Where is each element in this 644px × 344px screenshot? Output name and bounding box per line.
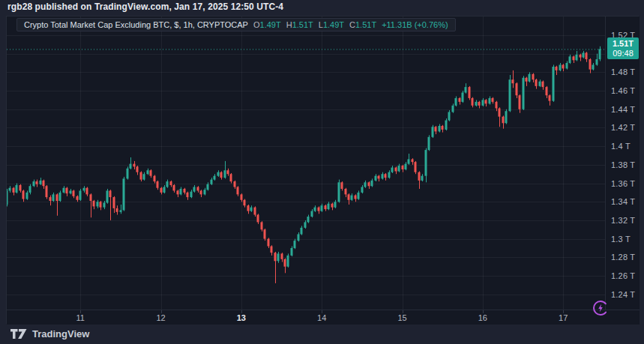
candle-body	[254, 208, 256, 215]
candle-body	[301, 228, 303, 235]
candle-body	[13, 188, 15, 193]
candle-body	[586, 52, 588, 59]
candle-body	[63, 188, 65, 193]
candle-body	[596, 59, 598, 64]
candle-body	[573, 56, 575, 60]
candlestick-plot-area[interactable]	[7, 16, 605, 310]
boost-icon[interactable]	[592, 299, 610, 317]
candle-body	[184, 189, 186, 193]
candle-body	[284, 259, 286, 267]
candle-body	[166, 181, 169, 187]
candle-body	[187, 193, 189, 197]
candle-body	[519, 95, 521, 109]
candle-body	[19, 185, 22, 190]
candle-body	[358, 193, 360, 199]
candle-body	[46, 186, 48, 197]
tradingview-brand-link[interactable]: TradingView	[32, 328, 89, 340]
candle-body	[559, 64, 562, 70]
candle-body	[250, 208, 253, 211]
price-tick-label: 1.32 T	[611, 216, 635, 225]
candle-body	[348, 194, 350, 199]
candle-body	[334, 202, 337, 207]
candle-body	[193, 187, 196, 191]
candle-body	[29, 186, 31, 193]
candle-body	[234, 181, 236, 187]
candle-body	[580, 55, 582, 58]
time-axis[interactable]: 11121314151617	[7, 310, 640, 325]
candle-body	[442, 126, 444, 130]
candle-body	[402, 166, 404, 169]
candle-body	[93, 201, 95, 206]
candle-body	[439, 126, 441, 131]
candle-body	[177, 190, 179, 194]
candle-body	[553, 67, 555, 101]
candle-body	[123, 178, 125, 210]
candle-body	[489, 98, 491, 103]
candle-body	[227, 170, 229, 174]
candle-body	[569, 56, 571, 63]
candle-body	[502, 117, 505, 124]
candle-body	[592, 64, 595, 69]
candle-body	[523, 78, 525, 109]
candle-body	[73, 190, 75, 196]
candle-body	[583, 52, 585, 57]
candle-body	[539, 82, 541, 86]
candle-body	[36, 181, 38, 184]
candle-body	[368, 182, 370, 186]
candle-body	[90, 194, 92, 201]
candle-body	[492, 98, 494, 102]
candle-body	[566, 63, 568, 68]
candle-body	[70, 190, 72, 193]
candle-body	[549, 95, 551, 100]
candle-body	[200, 190, 202, 194]
candle-body	[529, 74, 531, 82]
ohlc-high: H1.51T	[286, 20, 313, 29]
candle-body	[154, 176, 156, 181]
time-tick-label: 17	[559, 313, 568, 322]
candle-body	[469, 87, 471, 98]
candle-body	[314, 208, 316, 211]
candle-body	[147, 170, 149, 174]
candle-body	[170, 181, 172, 185]
candle-body	[294, 241, 296, 248]
candle-body	[321, 205, 323, 211]
candle-body	[307, 217, 310, 222]
candle-body	[318, 208, 320, 211]
candle-body	[425, 150, 427, 176]
candle-body	[224, 170, 226, 178]
candle-body	[190, 192, 193, 197]
ohlc-close: C1.51T	[349, 20, 376, 29]
candle-body	[230, 174, 232, 181]
price-tick-label: 1.46 T	[611, 86, 635, 95]
price-tick-label: 1.44 T	[611, 105, 635, 114]
candle-body	[274, 253, 277, 261]
candle-body	[173, 185, 175, 190]
candle-body	[576, 55, 578, 60]
time-tick-label: 13	[237, 313, 246, 322]
candle-body	[328, 204, 330, 209]
candle-body	[214, 176, 216, 180]
candle-body	[418, 172, 421, 181]
candle-body	[207, 184, 209, 190]
candle-body	[355, 196, 357, 199]
candle-body	[445, 121, 448, 130]
time-tick-label: 16	[478, 313, 487, 322]
candle-body	[261, 222, 263, 229]
candle-body	[435, 127, 437, 131]
candle-body	[448, 112, 451, 120]
change-value: +11.31B (+0.76%)	[382, 20, 448, 29]
candle-body	[509, 79, 511, 111]
candle-body	[244, 200, 246, 205]
candle-body	[526, 78, 528, 82]
candle-body	[277, 253, 280, 261]
symbol-title: Crypto Total Market Cap Excluding BTC, $…	[24, 20, 248, 29]
price-tick-label: 1.48 T	[611, 67, 635, 76]
price-axis[interactable]: 1.52 T1.5 T1.48 T1.46 T1.44 T1.42 T1.4 T…	[605, 16, 640, 310]
candle-body	[304, 222, 307, 227]
candle-body	[9, 188, 11, 191]
candle-body	[465, 87, 467, 92]
tradingview-logo-icon[interactable]	[10, 329, 27, 339]
candle-body	[116, 208, 118, 212]
candle-body	[97, 202, 99, 206]
bar-countdown: 09:48	[607, 49, 639, 58]
